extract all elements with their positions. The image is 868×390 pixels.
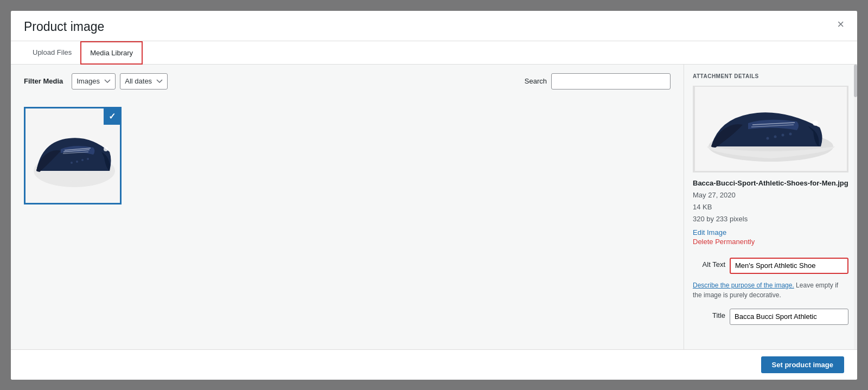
- title-label: Title: [693, 309, 725, 319]
- media-item-check: ✓: [104, 108, 120, 125]
- title-fields: Title: [684, 300, 857, 334]
- attachment-header: ATTACHMENT DETAILS: [684, 65, 857, 86]
- media-item[interactable]: ✓: [24, 107, 122, 204]
- attachment-dimensions: 320 by 233 pixels: [693, 213, 848, 225]
- modal-title: Product image: [24, 20, 104, 41]
- svg-point-15: [781, 134, 784, 137]
- svg-point-17: [789, 133, 792, 136]
- scrollbar-thumb: [854, 65, 857, 97]
- modal-body: Filter Media Images Audio Video All date…: [11, 65, 857, 349]
- set-product-image-button[interactable]: Set product image: [761, 356, 844, 373]
- alt-text-hint: Describe the purpose of the image. Leave…: [684, 280, 857, 300]
- attachment-filename: Bacca-Bucci-Sport-Athletic-Shoes-for-Men…: [684, 179, 857, 187]
- tab-upload-files[interactable]: Upload Files: [24, 41, 80, 65]
- filter-type-select[interactable]: Images Audio Video: [72, 73, 116, 89]
- media-area: Filter Media Images Audio Video All date…: [11, 65, 684, 349]
- checkmark-icon: ✓: [108, 111, 116, 122]
- filter-label: Filter Media: [24, 77, 63, 85]
- modal-header: Product image ×: [11, 11, 857, 41]
- search-input[interactable]: [551, 73, 671, 89]
- title-input[interactable]: [730, 309, 848, 325]
- attachment-panel: ATTACHMENT DETAILS: [684, 65, 857, 349]
- attachment-thumb: [693, 86, 848, 172]
- alt-text-row: Alt Text: [693, 258, 848, 274]
- attachment-fields: Alt Text: [684, 249, 857, 283]
- svg-point-14: [774, 136, 776, 138]
- title-row: Title: [693, 309, 848, 325]
- tab-media-library[interactable]: Media Library: [80, 41, 143, 65]
- svg-point-18: [813, 120, 818, 126]
- delete-permanently-link[interactable]: Delete Permanently: [693, 238, 848, 246]
- alt-text-hint-link[interactable]: Describe the purpose of the image.: [693, 282, 794, 289]
- media-grid: ✓: [11, 98, 684, 349]
- svg-point-5: [76, 161, 78, 163]
- svg-point-8: [87, 158, 89, 160]
- alt-text-input[interactable]: [730, 258, 848, 274]
- filter-bar: Filter Media Images Audio Video All date…: [11, 65, 684, 98]
- attachment-meta: May 27, 2020 14 KB 320 by 233 pixels: [684, 189, 857, 225]
- edit-image-link[interactable]: Edit Image: [693, 228, 848, 236]
- close-button[interactable]: ×: [835, 18, 846, 30]
- attachment-thumbnail: [695, 87, 847, 171]
- modal-footer: Set product image: [11, 349, 857, 380]
- svg-point-16: [766, 137, 769, 140]
- search-area: Search: [525, 73, 671, 89]
- attachment-date: May 27, 2020: [693, 189, 848, 201]
- modal-tabs: Upload Files Media Library: [11, 41, 857, 65]
- search-label: Search: [525, 77, 547, 85]
- svg-point-7: [71, 162, 73, 164]
- attachment-filesize: 14 KB: [693, 201, 848, 213]
- svg-point-9: [104, 147, 108, 151]
- svg-point-6: [81, 159, 84, 161]
- product-image-modal: Product image × Upload Files Media Libra…: [11, 11, 857, 380]
- scrollbar[interactable]: [854, 65, 857, 349]
- alt-text-label: Alt Text: [693, 258, 725, 268]
- filter-date-select[interactable]: All dates: [120, 73, 168, 89]
